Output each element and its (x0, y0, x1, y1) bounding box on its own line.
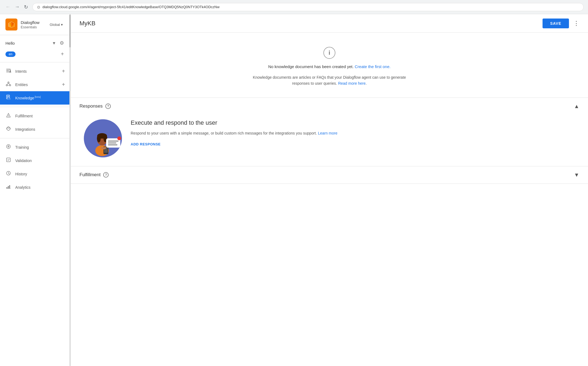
main-content: MyKB SAVE ⋮ i No knowledge document has … (71, 14, 588, 366)
sidebar-item-analytics[interactable]: Analytics (0, 181, 71, 194)
training-icon (5, 144, 11, 151)
global-selector[interactable]: Global ▾ (47, 22, 65, 28)
analytics-label: Analytics (15, 185, 65, 190)
add-response-button[interactable]: ADD RESPONSE (131, 142, 161, 146)
responses-chevron-icon: ▲ (574, 103, 579, 109)
sidebar-item-validation[interactable]: Validation (0, 154, 71, 167)
history-label: History (15, 172, 65, 176)
brand-text: Dialogflow Essentials (21, 20, 44, 29)
info-circle-icon: i (323, 47, 335, 59)
svg-rect-27 (7, 187, 7, 188)
fulfillment-label: Fulfillment (15, 114, 65, 118)
read-more-link[interactable]: Read more here (338, 81, 366, 86)
content-area: i No knowledge document has been created… (71, 33, 588, 366)
scroll-thumb (69, 15, 71, 47)
svg-rect-16 (7, 96, 9, 96)
illus-circle (84, 119, 122, 157)
browser-nav: ← → ↻ (4, 3, 29, 11)
responses-title: Responses (79, 103, 103, 109)
fulfillment-help-icon[interactable]: ? (103, 172, 109, 178)
learn-more-link[interactable]: Learn more (318, 131, 338, 135)
brand-name: Dialogflow (21, 20, 44, 25)
sidebar-item-history[interactable]: History (0, 167, 71, 181)
svg-point-22 (8, 116, 9, 117)
knowledge-icon (5, 94, 11, 101)
responses-desc: Respond to your users with a simple mess… (131, 130, 575, 136)
add-entity-button[interactable]: + (62, 81, 65, 88)
create-first-link[interactable]: Create the first one. (355, 64, 391, 69)
sidebar-item-entities[interactable]: Entities + (0, 78, 71, 91)
knowledge-label: Knowledge[beta] (15, 96, 65, 100)
svg-line-13 (8, 83, 10, 85)
nav-divider-1 (0, 107, 71, 107)
agent-dropdown-button[interactable]: ▾ (52, 39, 56, 47)
svg-point-10 (6, 85, 8, 86)
responses-section: Responses ? ▲ (71, 98, 588, 166)
add-intent-button[interactable]: + (62, 68, 65, 74)
validation-label: Validation (15, 158, 65, 163)
top-bar: MyKB SAVE ⋮ (71, 14, 588, 33)
svg-rect-29 (9, 185, 10, 188)
svg-point-44 (117, 136, 121, 140)
svg-rect-18 (7, 97, 8, 98)
sidebar: Dialogflow Essentials Global ▾ Hello ▾ ⚙… (0, 14, 71, 366)
sidebar-item-integrations[interactable]: Integrations (0, 123, 71, 136)
back-button[interactable]: ← (4, 3, 11, 11)
agent-row: Hello ▾ ⚙ (5, 39, 65, 47)
svg-rect-17 (7, 97, 9, 97)
empty-state-text: No knowledge document has been created y… (79, 64, 579, 69)
intents-label: Intents (15, 69, 58, 74)
forward-button[interactable]: → (14, 3, 21, 11)
more-options-icon[interactable]: ⋮ (573, 20, 579, 27)
nav-section: Intents + Entities + (0, 62, 71, 196)
add-lang-button[interactable]: + (60, 50, 65, 58)
sidebar-header: Dialogflow Essentials Global ▾ (0, 14, 71, 35)
fulfillment-section-header[interactable]: Fulfillment ? ▼ (71, 166, 588, 184)
responses-help-icon[interactable]: ? (105, 103, 111, 109)
analytics-icon (5, 184, 11, 191)
history-icon (5, 170, 11, 177)
sidebar-item-knowledge[interactable]: Knowledge[beta] (0, 91, 71, 105)
responses-body: Execute and respond to the user Respond … (71, 115, 588, 166)
lang-badge: en (5, 51, 16, 57)
agent-settings-button[interactable]: ⚙ (59, 39, 65, 47)
empty-state-desc: Knowledge documents are articles or FAQs… (250, 74, 408, 87)
fulfillment-icon (5, 112, 11, 119)
url-bar[interactable]: ⊙ dialogflow.cloud.google.com/#/agent/my… (32, 3, 584, 11)
fulfillment-section: Fulfillment ? ▼ (71, 166, 588, 184)
responses-heading: Execute and respond to the user (131, 119, 575, 126)
app-container: Dialogflow Essentials Global ▾ Hello ▾ ⚙… (0, 14, 588, 366)
dialogflow-logo (8, 21, 15, 28)
svg-point-9 (8, 82, 9, 83)
responses-title-row: Responses ? (79, 103, 111, 109)
chevron-down-icon: ▾ (61, 23, 63, 27)
svg-rect-8 (9, 72, 11, 72)
svg-point-36 (97, 134, 101, 142)
entities-icon (5, 81, 11, 88)
empty-state: i No knowledge document has been created… (71, 33, 588, 98)
fulfillment-title: Fulfillment (79, 172, 100, 178)
svg-rect-19 (7, 98, 10, 99)
training-label: Training (15, 145, 65, 150)
fulfillment-chevron-icon: ▼ (574, 172, 579, 178)
lang-row: en + (5, 50, 65, 58)
integrations-label: Integrations (15, 127, 65, 132)
sidebar-item-training[interactable]: Training (0, 141, 71, 154)
security-icon: ⊙ (37, 5, 40, 9)
sidebar-item-fulfillment[interactable]: Fulfillment (0, 109, 71, 123)
sidebar-item-intents[interactable]: Intents + (0, 65, 71, 78)
svg-point-11 (10, 85, 11, 86)
top-bar-actions: SAVE ⋮ (543, 19, 579, 28)
responses-illustration (84, 119, 122, 157)
responses-section-header[interactable]: Responses ? ▲ (71, 98, 588, 115)
fulfillment-title-row: Fulfillment ? (79, 172, 109, 178)
svg-rect-5 (6, 70, 9, 71)
person-illustration (84, 119, 122, 157)
agent-name: Hello (5, 41, 15, 45)
save-button[interactable]: SAVE (543, 19, 569, 28)
refresh-button[interactable]: ↻ (23, 3, 29, 11)
svg-rect-28 (8, 186, 9, 188)
svg-line-12 (7, 83, 8, 85)
entities-label: Entities (15, 83, 58, 87)
agent-actions: ▾ ⚙ (52, 39, 65, 47)
